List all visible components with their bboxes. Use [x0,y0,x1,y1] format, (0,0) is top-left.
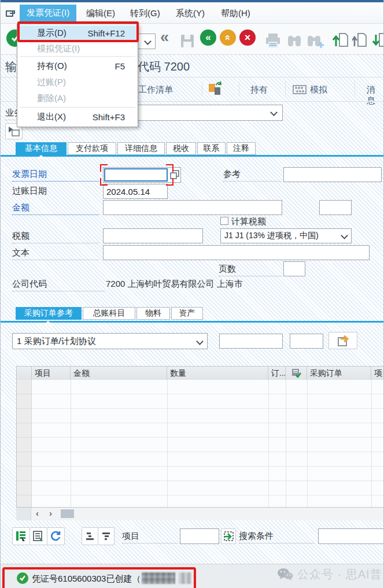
grid-line [371,380,372,508]
table-header-final-invoice[interactable] [286,367,307,380]
pages-input[interactable] [283,261,305,276]
save-icon[interactable] [180,34,195,49]
grid-line [286,380,286,508]
reference-label: 参考 [223,169,281,182]
scrollbar-stub [16,508,31,520]
po-number-input[interactable] [219,334,283,349]
po-item-input[interactable] [290,334,323,349]
table-header-po[interactable]: 采购订单 [307,367,371,380]
refresh-button[interactable] [47,527,65,545]
next-page-icon[interactable] [372,31,384,49]
invoice-date-input[interactable] [104,168,168,182]
item-number-input[interactable] [180,528,219,544]
goto-item-button[interactable] [221,528,236,544]
scroll-right-icon[interactable]: › [49,508,52,518]
menu-item-exit[interactable]: 退出(X)Shift+F3 [17,109,138,125]
exit-button[interactable]: « [220,29,236,46]
hold-button[interactable]: 持有 [250,84,268,95]
amount-input[interactable] [103,200,282,215]
select-all-items-button[interactable] [12,527,30,545]
table-body[interactable] [17,380,384,508]
tax-amount-input[interactable] [103,228,203,243]
item-list-outline-icon [32,530,45,542]
first-page-icon[interactable] [333,31,350,49]
page-title-fragment-right: 代码 7200 [138,59,190,75]
tab-payment[interactable]: 支付款项 [68,142,116,155]
tab-tax[interactable]: 税收 [166,142,196,155]
scrollbar-thumb[interactable] [61,509,74,518]
tab-basic-data[interactable]: 基本信息 [16,142,67,155]
messages-button[interactable]: 消息 [367,84,383,106]
menu-invoice-document[interactable]: 发票凭证(I) [20,5,76,21]
pages-label: 页数 [219,264,282,276]
currency-input[interactable] [319,200,352,215]
tab-contacts[interactable]: 联系 [197,142,226,155]
menu-goto[interactable]: 转到(G) [130,8,160,19]
menu-item-post: 过账(P) [17,75,138,90]
collapse-command-icon[interactable]: « [160,28,169,46]
menu-edit[interactable]: 编辑(E) [86,8,115,19]
previous-page-icon[interactable] [352,31,370,49]
item-field-label: 项目 [122,531,178,543]
sort-descending-button[interactable] [98,527,115,545]
tab-accent-bar [1,321,384,323]
simulate-button[interactable]: 模拟 [310,84,327,95]
adopt-button[interactable] [328,332,357,349]
table-header-quantity[interactable]: 数量 [167,367,268,380]
search-condition-label: 搜索条件 [239,531,314,543]
tab-po-reference[interactable]: 采购订单参考 [16,307,82,320]
worklist-button[interactable]: 工作清单 [138,84,173,95]
separator [285,82,286,95]
wechat-icon [277,568,293,582]
posting-date-input[interactable]: 2024.05.14 [103,184,168,199]
find-icon[interactable] [286,32,302,49]
text-input[interactable] [103,245,370,260]
company-code-label: 公司代码 [12,279,105,291]
menu-system[interactable]: 系统(Y) [176,8,205,19]
grid-line [268,380,269,508]
page-up-icon: « [222,35,234,40]
po-structure-icon[interactable] [208,80,223,97]
tab-details[interactable]: 详细信息 [117,142,165,155]
menu-item-hold[interactable]: 持有(O)F5 [17,58,138,74]
table-header-item[interactable]: 项目 [32,367,71,380]
separator [355,82,355,95]
grid-line [167,380,168,508]
calculate-tax-checkbox[interactable] [220,217,228,225]
po-reference-select[interactable]: 1 采购订单/计划协议 [12,333,208,349]
find-next-icon[interactable] [306,32,324,49]
tab-accent-bar [1,155,384,157]
table-header-selector[interactable] [17,367,32,380]
tab-note[interactable]: 注释 [227,142,256,155]
grid-line [71,380,71,508]
back-button[interactable]: « [200,29,216,46]
menu-item-simulate-document: 模拟凭证(I) [17,41,138,57]
row-selector-column[interactable] [17,380,32,508]
table-header-amount[interactable]: 金额 [71,367,167,380]
reference-input[interactable] [283,167,382,182]
arrow-into-box-icon [223,531,234,542]
menu-help[interactable]: 帮助(H) [221,8,250,19]
sort-ascending-button[interactable] [82,527,98,545]
print-icon[interactable] [264,32,282,49]
menu-bar: 发票凭证(I) 编辑(E) 转到(G) 系统(Y) 帮助(H) [1,2,384,24]
cancel-button[interactable]: × [239,29,256,46]
tab-gl-account[interactable]: 总账科目 [83,307,135,320]
tab-asset[interactable]: 资产 [171,307,203,320]
table-header-item2[interactable]: 项目 [371,367,384,380]
search-condition-input[interactable] [318,528,384,544]
doc-check-icon [291,368,301,378]
scroll-left-icon[interactable]: ‹ [36,508,39,518]
system-menu-icon[interactable] [5,8,16,19]
x-icon: × [245,32,251,44]
table-hscrollbar[interactable]: ‹ › [16,508,384,520]
tax-code-select[interactable]: J1 J1 (13% 进项税，中国) [220,228,352,243]
text-label: 文本 [12,247,99,260]
invoice-date-label: 发票日期 [12,169,99,182]
table-header-order[interactable]: 订... [268,367,286,380]
item-list-icon [15,530,27,542]
deselect-items-button[interactable] [29,527,47,545]
tab-material[interactable]: 物料 [136,307,170,320]
watermark-text: 公众号 · 思AI普 [297,567,382,582]
sort-asc-icon [85,531,95,541]
